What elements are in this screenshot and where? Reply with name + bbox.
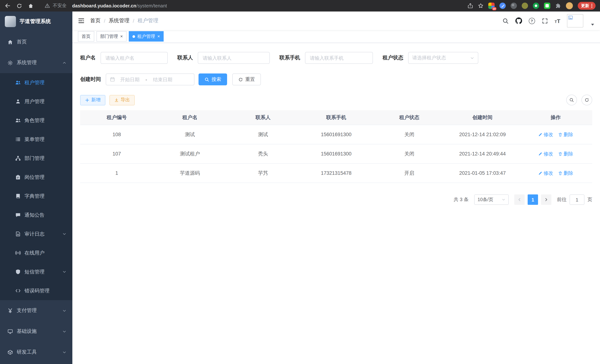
help-icon[interactable]: ? (529, 18, 535, 24)
sidebar-item-label: 租户管理 (25, 79, 45, 86)
edit-pencil-icon (538, 132, 543, 137)
delete-link[interactable]: 删除 (558, 131, 573, 138)
extension-icon-green-circle[interactable] (533, 3, 539, 9)
browser-actions: 10 更新 (468, 2, 596, 10)
refresh-table-button[interactable] (581, 95, 592, 105)
sidebar-item-dictionary-management[interactable]: 字典管理 (0, 187, 72, 205)
chevron-down-icon (62, 308, 66, 313)
table-toolbar: 新增 导出 (80, 95, 592, 105)
export-button[interactable]: 导出 (110, 95, 135, 105)
fullscreen-icon[interactable] (542, 18, 548, 24)
filter-row-2: 创建时间 - 搜索 重置 (80, 74, 592, 85)
edit-pencil-icon (538, 152, 543, 156)
sidebar-item-tenant-management[interactable]: 租户管理 (0, 73, 72, 92)
phone-input[interactable] (305, 52, 373, 64)
table-row: 108 测试 测试 15601691300 关闭 2021-12-14 21:0… (80, 125, 592, 144)
delete-link[interactable]: 删除 (558, 150, 573, 157)
sidebar: 芋道管理系统 首页 系统管理 租户管理 用户管理 (0, 11, 72, 364)
sidebar-item-post-management[interactable]: 岗位管理 (0, 168, 72, 187)
search-button[interactable]: 搜索 (198, 74, 227, 85)
sidebar-item-menu-management[interactable]: 菜单管理 (0, 130, 72, 149)
dev-tools-icon (7, 349, 13, 355)
goto-page-input[interactable] (570, 195, 584, 205)
contact-input[interactable] (198, 52, 270, 64)
reset-button-label: 重置 (245, 76, 255, 83)
tenant-name-input[interactable] (101, 52, 168, 64)
edit-link[interactable]: 修改 (538, 170, 553, 177)
share-icon[interactable] (468, 3, 473, 9)
toggle-search-button[interactable] (566, 95, 577, 105)
chevron-down-icon (470, 56, 474, 60)
column-header: 联系手机 (300, 110, 373, 125)
breadcrumb-home[interactable]: 首页 (90, 18, 101, 24)
extension-icon-olive[interactable] (522, 3, 528, 9)
extension-icon-blue[interactable] (499, 3, 506, 9)
back-icon[interactable] (4, 3, 11, 9)
chevron-down-icon (62, 270, 66, 274)
reload-icon[interactable] (16, 3, 22, 9)
delete-link[interactable]: 删除 (558, 170, 573, 177)
page-size-select[interactable]: 10条/页 (474, 195, 509, 205)
add-button[interactable]: 新增 (80, 95, 105, 105)
font-size-icon[interactable]: TT (554, 18, 560, 24)
prev-page-button[interactable] (514, 195, 525, 205)
sidebar-item-payment-management[interactable]: 支付管理 (0, 300, 72, 321)
next-page-button[interactable] (541, 195, 551, 205)
date-end-input[interactable] (148, 76, 178, 83)
reset-button[interactable]: 重置 (232, 74, 261, 85)
tab-department-management[interactable]: 部门管理 × (96, 31, 127, 42)
search-icon[interactable] (502, 18, 508, 24)
sidebar-item-audit-log[interactable]: 审计日志 (0, 224, 72, 243)
tab-tenant-management[interactable]: 租户管理 × (129, 31, 164, 42)
sidebar-item-error-code-management[interactable]: 错误码管理 (0, 281, 72, 300)
extension-icon-green-square[interactable] (544, 3, 550, 9)
app-logo[interactable]: 芋道管理系统 (0, 11, 72, 32)
extension-badge: 10 (492, 7, 497, 10)
menu-dots-icon[interactable] (591, 4, 592, 8)
sidebar-toggle-icon[interactable] (78, 18, 84, 24)
sidebar-item-department-management[interactable]: 部门管理 (0, 149, 72, 168)
caret-down-icon[interactable] (591, 24, 594, 26)
date-range-picker[interactable]: - (106, 74, 194, 85)
github-icon[interactable] (515, 18, 522, 24)
address-bar[interactable]: 不安全 dashboard.yudao.iocoder.cn/system/te… (45, 3, 167, 9)
cell-status: 关闭 (373, 125, 446, 144)
breadcrumb-system[interactable]: 系统管理 (109, 18, 130, 24)
edit-link[interactable]: 修改 (538, 150, 553, 157)
home-icon[interactable] (28, 3, 34, 9)
extensions-puzzle-icon[interactable] (555, 3, 561, 9)
sidebar-item-label: 系统管理 (17, 59, 37, 66)
edit-link[interactable]: 修改 (538, 131, 553, 138)
sidebar-item-dev-tools[interactable]: 研发工具 (0, 342, 72, 363)
extension-icon-grid[interactable]: 10 (488, 3, 495, 9)
dept-tree-icon (15, 156, 21, 161)
avatar[interactable] (567, 14, 583, 28)
sidebar-item-infrastructure[interactable]: 基础设施 (0, 321, 72, 342)
goto-page: 前往 页 (557, 195, 592, 205)
browser-update-button[interactable]: 更新 (578, 2, 596, 10)
refresh-icon (238, 77, 243, 82)
sidebar-item-home[interactable]: 首页 (0, 32, 72, 52)
extension-icon-dark[interactable] (511, 3, 517, 9)
cell-created: 2021-12-14 21:02:09 (446, 125, 519, 144)
sidebar-item-role-management[interactable]: 角色管理 (0, 111, 72, 130)
sidebar-item-online-users[interactable]: 在线用户 (0, 243, 72, 262)
cell-status: 关闭 (373, 144, 446, 163)
browser-profile-avatar[interactable] (566, 2, 573, 9)
create-time-label: 创建时间 (80, 76, 101, 83)
sidebar-item-system-management[interactable]: 系统管理 (0, 52, 72, 73)
sidebar-item-label: 错误码管理 (25, 287, 49, 294)
chevron-left-icon (517, 197, 522, 202)
sidebar-item-sms-management[interactable]: 短信管理 (0, 262, 72, 281)
sidebar-item-label: 审计日志 (25, 231, 45, 237)
sidebar-item-notice-announcement[interactable]: 通知公告 (0, 205, 72, 224)
bookmark-star-icon[interactable] (478, 3, 484, 9)
close-icon[interactable]: × (157, 34, 160, 38)
sidebar-item-user-management[interactable]: 用户管理 (0, 92, 72, 111)
page-number-button[interactable]: 1 (528, 195, 538, 205)
tab-home[interactable]: 首页 (78, 31, 94, 42)
date-start-input[interactable] (115, 76, 145, 83)
status-select[interactable]: 请选择租户状态 (408, 52, 478, 64)
sidebar-item-label: 基础设施 (17, 328, 37, 335)
close-icon[interactable]: × (120, 34, 123, 38)
